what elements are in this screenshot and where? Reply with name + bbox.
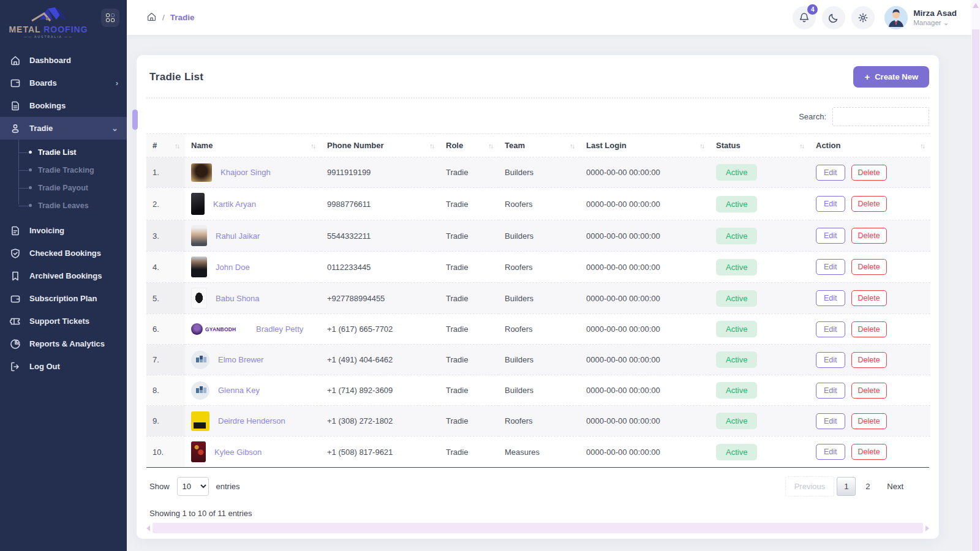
pagination-page-1[interactable]: 1 (837, 477, 856, 496)
tradie-name-link[interactable]: Kylee Gibson (214, 448, 262, 457)
tradie-name-link[interactable]: Deirdre Henderson (218, 416, 285, 425)
last-login-cell: 0000-00-00 00:00:00 (580, 252, 710, 283)
edit-button[interactable]: Edit (816, 228, 845, 244)
sidebar-item-reports-analytics[interactable]: Reports & Analytics (0, 332, 127, 355)
sidebar-item-boards[interactable]: Boards › (0, 72, 127, 94)
row-index: 1. (146, 157, 185, 188)
column-header-role[interactable]: Role↑↓ (440, 134, 499, 157)
pagination-page-2[interactable]: 2 (858, 477, 877, 496)
page-size-select[interactable]: 10 (177, 477, 209, 496)
sidebar-item-bookings[interactable]: Bookings (0, 94, 127, 117)
notifications-button[interactable]: 4 (793, 6, 816, 29)
delete-button[interactable]: Delete (851, 165, 887, 181)
app-logo[interactable]: METAL ROOFING —— AUSTRALIA —— (9, 6, 88, 39)
ticket-icon (10, 316, 21, 327)
scroll-right-arrow-icon[interactable] (925, 525, 929, 531)
tradie-name-link[interactable]: Kartik Aryan (213, 200, 256, 209)
user-menu[interactable]: Mirza Asad Manager ⌄ (884, 6, 957, 29)
row-index: 9. (146, 406, 185, 437)
vertical-scrollbar-thumb[interactable] (972, 29, 979, 551)
sidebar-item-label: Tradie (29, 124, 53, 133)
sidebar-item-support-tickets[interactable]: Support Tickets (0, 310, 127, 332)
column-header-phone[interactable]: Phone Number↑↓ (321, 134, 440, 157)
column-header-last-login[interactable]: Last Login↑↓ (580, 134, 710, 157)
edit-button[interactable]: Edit (816, 413, 845, 429)
tradie-name-link[interactable]: Rahul Jaikar (216, 231, 260, 241)
edit-button[interactable]: Edit (816, 165, 845, 181)
submenu-item-tradie-list[interactable]: Tradie List (0, 143, 127, 161)
tradie-name-link[interactable]: Elmo Brewer (218, 355, 263, 364)
edit-button[interactable]: Edit (816, 383, 845, 399)
sidebar-item-dashboard[interactable]: Dashboard (0, 49, 127, 72)
row-index: 7. (146, 345, 185, 375)
tradie-name-link[interactable]: John Doe (216, 263, 250, 272)
role-cell: Tradie (440, 283, 499, 314)
breadcrumb-current: Tradie (170, 13, 195, 22)
pagination: Previous 1 2 Next (785, 476, 911, 497)
delete-button[interactable]: Delete (851, 321, 887, 337)
dark-mode-button[interactable] (822, 6, 845, 29)
sidebar-item-archived-bookings[interactable]: Archived Bookings (0, 264, 127, 287)
sidebar-item-tradie[interactable]: Tradie ⌄ (0, 117, 127, 140)
tradie-name-link[interactable]: Glenna Key (218, 386, 260, 395)
last-login-cell: 0000-00-00 00:00:00 (580, 345, 710, 375)
horizontal-scrollbar-thumb[interactable] (153, 523, 923, 533)
edit-button[interactable]: Edit (816, 352, 845, 368)
apps-grid-icon[interactable] (101, 9, 119, 27)
delete-button[interactable]: Delete (851, 352, 887, 368)
submenu-item-tradie-leaves[interactable]: Tradie Leaves (0, 197, 127, 214)
status-badge: Active (716, 164, 757, 181)
settings-button[interactable] (851, 6, 875, 29)
column-header-action[interactable]: Action↑↓ (810, 134, 930, 157)
column-header-name[interactable]: Name↑↓ (185, 134, 321, 157)
logout-icon (10, 361, 21, 372)
role-cell: Tradie (440, 345, 499, 375)
last-login-cell: 0000-00-00 00:00:00 (580, 157, 710, 188)
delete-button[interactable]: Delete (851, 228, 887, 244)
delete-button[interactable]: Delete (851, 259, 887, 275)
invoice-icon (10, 225, 21, 236)
edit-button[interactable]: Edit (816, 259, 845, 275)
submenu-item-tradie-tracking[interactable]: Tradie Tracking (0, 161, 127, 179)
sidebar-item-invoicing[interactable]: Invoicing (0, 219, 127, 242)
edit-button[interactable]: Edit (816, 196, 845, 212)
pagination-next[interactable]: Next (880, 477, 911, 496)
status-badge: Active (716, 413, 757, 429)
phone-cell: 9911919199 (321, 157, 440, 188)
edit-button[interactable]: Edit (816, 321, 845, 337)
table-body: 1. Khajoor Singh 9911919199 Tradie Build… (146, 157, 930, 468)
delete-button[interactable]: Delete (851, 444, 887, 460)
tradie-name-link[interactable]: Bradley Petty (256, 324, 303, 334)
phone-cell: +1 (308) 272-1802 (321, 406, 440, 437)
column-header-status[interactable]: Status↑↓ (710, 134, 810, 157)
tradie-avatar (191, 381, 209, 400)
sort-icon: ↑↓ (920, 142, 924, 149)
sidebar-item-log-out[interactable]: Log Out (0, 355, 127, 378)
submenu-item-tradie-payout[interactable]: Tradie Payout (0, 179, 127, 197)
delete-button[interactable]: Delete (851, 196, 887, 212)
phone-cell: +1 (617) 665-7702 (321, 314, 440, 345)
sidebar-item-subscription-plan[interactable]: Subscription Plan (0, 287, 127, 310)
search-input[interactable] (832, 107, 929, 126)
scroll-left-arrow-icon[interactable] (146, 525, 150, 531)
tradie-name-link[interactable]: Khajoor Singh (221, 168, 271, 177)
scroll-up-arrow-icon[interactable] (973, 3, 979, 8)
tradie-name-link[interactable]: Babu Shona (216, 294, 260, 303)
breadcrumb: / Tradie (146, 12, 195, 24)
column-header-index[interactable]: #↑↓ (146, 134, 185, 157)
sidebar-item-label: Reports & Analytics (29, 339, 105, 348)
create-new-button[interactable]: + Create New (853, 66, 929, 88)
phone-cell: 9988776611 (321, 188, 440, 220)
breadcrumb-home-icon[interactable] (146, 12, 157, 24)
edit-button[interactable]: Edit (816, 290, 845, 306)
column-header-team[interactable]: Team↑↓ (499, 134, 580, 157)
sort-icon: ↑↓ (488, 142, 492, 149)
delete-button[interactable]: Delete (851, 290, 887, 306)
sidebar: METAL ROOFING —— AUSTRALIA —— Dashboard … (0, 0, 127, 551)
phone-cell: +1 (508) 817-9621 (321, 437, 440, 468)
pagination-previous[interactable]: Previous (785, 476, 835, 497)
delete-button[interactable]: Delete (851, 413, 887, 429)
delete-button[interactable]: Delete (851, 383, 887, 399)
edit-button[interactable]: Edit (816, 444, 845, 460)
sidebar-item-checked-bookings[interactable]: Checked Bookings (0, 242, 127, 264)
